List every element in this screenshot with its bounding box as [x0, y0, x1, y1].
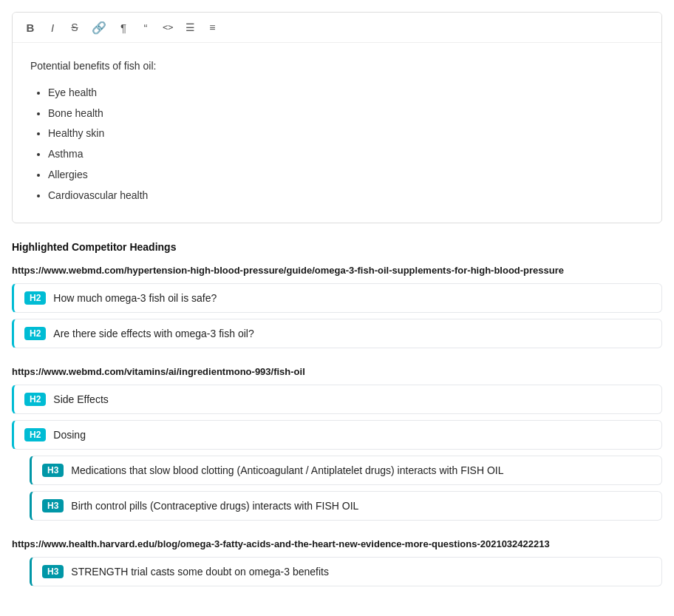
heading-tag: H3 [42, 464, 64, 477]
heading-text: Are there side effects with omega-3 fish… [53, 328, 253, 339]
competitor-group: https://www.webmd.com/vitamins/ai/ingred… [12, 366, 662, 521]
heading-tag: H2 [24, 327, 46, 340]
heading-text: Side Effects [53, 393, 108, 405]
editor-list-item: Cardiovascular health [48, 187, 644, 205]
ul-button[interactable]: ☰ [181, 18, 199, 36]
heading-tag: H3 [42, 565, 64, 578]
editor-list-item: Asthma [48, 146, 644, 163]
heading-text: STRENGTH trial casts some doubt on omega… [71, 566, 329, 578]
heading-item: H3STRENGTH trial casts some doubt on ome… [30, 557, 662, 586]
heading-tag: H2 [24, 393, 46, 406]
competitor-group: https://www.health.harvard.edu/blog/omeg… [12, 538, 662, 586]
heading-item: H2Side Effects [12, 385, 662, 414]
heading-item: H2Are there side effects with omega-3 fi… [12, 319, 662, 348]
heading-item: H3Medications that slow blood clotting (… [30, 456, 662, 485]
editor-toolbar: B I S 🔗 ¶ “ <> ☰ ≡ [13, 13, 661, 43]
heading-text: Birth control pills (Contraceptive drugs… [71, 500, 358, 512]
heading-text: How much omega-3 fish oil is safe? [53, 292, 217, 304]
competitor-group: https://www.webmd.com/hypertension-high-… [12, 265, 662, 348]
editor-list-item: Bone health [48, 105, 644, 123]
editor-list-item: Eye health [48, 84, 644, 102]
ol-button[interactable]: ≡ [203, 18, 221, 36]
heading-tag: H2 [24, 428, 46, 441]
heading-text: Medications that slow blood clotting (An… [71, 464, 503, 476]
editor-list: Eye healthBone healthHealthy skinAsthmaA… [48, 84, 644, 205]
italic-button[interactable]: I [44, 18, 61, 36]
section-heading: Highlighted Competitor Headings [12, 241, 662, 253]
heading-item: H2How much omega-3 fish oil is safe? [12, 283, 662, 313]
competitor-url: https://www.webmd.com/hypertension-high-… [12, 265, 662, 276]
competitor-url: https://www.health.harvard.edu/blog/omeg… [12, 538, 662, 549]
competitor-section: Highlighted Competitor Headings https://… [12, 241, 662, 586]
link-button[interactable]: 🔗 [88, 18, 110, 36]
competitor-url: https://www.webmd.com/vitamins/ai/ingred… [12, 366, 662, 377]
bold-button[interactable]: B [21, 18, 39, 36]
editor-body[interactable]: Potential benefits of fish oil: Eye heal… [13, 43, 661, 223]
strikethrough-button[interactable]: S [66, 18, 84, 36]
quote-button[interactable]: “ [137, 18, 154, 36]
heading-text: Dosing [53, 429, 86, 441]
paragraph-button[interactable]: ¶ [115, 18, 132, 36]
code-button[interactable]: <> [159, 18, 177, 36]
heading-item: H2Dosing [12, 420, 662, 450]
heading-tag: H2 [24, 291, 46, 305]
heading-item: H3Birth control pills (Contraceptive dru… [30, 491, 662, 521]
editor-intro: Potential benefits of fish oil: [30, 58, 644, 75]
heading-tag: H3 [42, 499, 64, 512]
editor-list-item: Allergies [48, 166, 644, 184]
editor-list-item: Healthy skin [48, 125, 644, 143]
editor-container: B I S 🔗 ¶ “ <> ☰ ≡ Potential benefits of… [12, 12, 662, 223]
